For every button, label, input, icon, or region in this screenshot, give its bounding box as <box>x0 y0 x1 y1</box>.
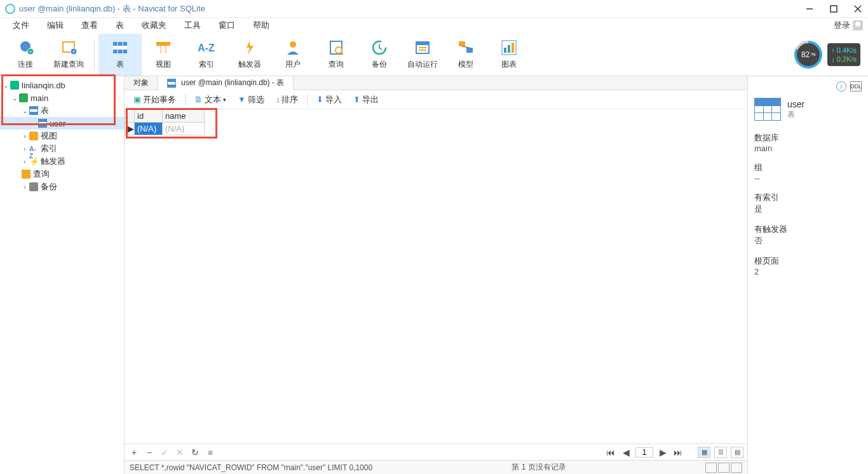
close-button[interactable] <box>853 4 863 14</box>
chevron-down-icon: ⌄ <box>22 107 28 114</box>
sort-button[interactable]: ↕排序 <box>273 93 301 107</box>
minimize-button[interactable] <box>804 4 815 14</box>
chevron-right-icon: › <box>22 158 28 165</box>
cpu-gauge-icon: 82.% <box>794 41 822 69</box>
tree-db[interactable]: ⌄ linlianqin.db <box>0 79 124 91</box>
tab-user-table[interactable]: user @main (linlianqin.db) - 表 <box>158 76 294 90</box>
text-button[interactable]: 🗎文本▾ <box>192 93 229 107</box>
chevron-right-icon: › <box>22 184 28 191</box>
avatar-icon <box>853 20 863 30</box>
toolbar-table-button[interactable]: 表 <box>98 34 142 76</box>
query-icon <box>22 170 31 179</box>
center-panel: 对象 user @main (linlianqin.db) - 表 ▣开始事务 … <box>125 76 747 474</box>
tree-queries-label: 查询 <box>33 168 50 180</box>
menu-help[interactable]: 帮助 <box>245 18 277 32</box>
tree-schema-label: main <box>31 93 48 103</box>
toolbar-plug-button[interactable]: +连接 <box>4 34 47 76</box>
toolbar-backup-button[interactable]: 备份 <box>358 34 401 76</box>
form-view-button[interactable]: ☰ <box>714 447 727 458</box>
menu-file[interactable]: 文件 <box>5 18 37 32</box>
menu-table[interactable]: 表 <box>108 18 132 32</box>
menu-window[interactable]: 窗口 <box>211 18 243 32</box>
tree-indexes[interactable]: › A-Z 索引 <box>0 142 124 155</box>
cancel-button[interactable]: ✕ <box>174 447 186 457</box>
panel-toggle-bottom[interactable] <box>718 463 729 473</box>
data-grid[interactable]: id name ▶ (N/A) (N/A) <box>125 109 205 135</box>
toolbar-chart-button[interactable]: 图表 <box>487 34 531 76</box>
panel-toggle-left[interactable] <box>705 463 717 473</box>
tree-table-user[interactable]: user <box>0 117 124 130</box>
menu-favorites[interactable]: 收藏夹 <box>134 18 174 32</box>
stop-button[interactable]: ■ <box>205 447 216 457</box>
table-row[interactable]: ▶ (N/A) (N/A) <box>125 123 205 135</box>
trigger-icon: ⚡ <box>29 157 38 166</box>
tree-backups[interactable]: › 备份 <box>0 180 124 193</box>
toolbar-index-button[interactable]: A-Z索引 <box>185 34 228 76</box>
last-page-button[interactable]: ⏭ <box>672 447 684 457</box>
tree-triggers[interactable]: › ⚡ 触发器 <box>0 155 124 168</box>
toolbar-model-button[interactable]: 模型 <box>444 34 487 76</box>
tree-table-user-label: user <box>50 119 65 128</box>
tab-objects[interactable]: 对象 <box>125 76 158 90</box>
svg-rect-34 <box>508 45 510 53</box>
toolbar-querydoc-button[interactable]: 查询 <box>315 34 358 76</box>
status-info: 第 1 页没有记录 <box>512 462 566 473</box>
menu-edit[interactable]: 编辑 <box>39 18 71 32</box>
editor-tabs: 对象 user @main (linlianqin.db) - 表 <box>125 76 747 90</box>
table-group-icon <box>29 106 38 115</box>
menu-tools[interactable]: 工具 <box>177 18 208 32</box>
toolbar-query-button[interactable]: +新建查询 <box>47 34 90 76</box>
info-icon[interactable]: i <box>836 81 846 91</box>
svg-text:+: + <box>72 49 76 55</box>
database-file-icon <box>10 81 19 90</box>
tab-user-label: user @main (linlianqin.db) - 表 <box>181 78 284 88</box>
tree-views[interactable]: › 视图 <box>0 130 124 142</box>
maximize-button[interactable] <box>829 4 839 14</box>
info-field: 根页面2 <box>754 255 862 276</box>
svg-text:+: + <box>29 49 32 55</box>
tree-schema[interactable]: ⌄ main <box>0 91 124 104</box>
chevron-down-icon: ⌄ <box>3 82 9 89</box>
panel-toggle-right[interactable] <box>731 463 742 473</box>
svg-line-31 <box>462 46 470 48</box>
toolbar-view-button[interactable]: 视图 <box>142 34 185 76</box>
col-id[interactable]: id <box>135 110 163 123</box>
toolbar-auto-button[interactable]: 自动运行 <box>401 34 444 76</box>
tree-queries[interactable]: 查询 <box>0 168 124 180</box>
querydoc-icon <box>327 39 345 57</box>
page-number-input[interactable] <box>635 447 653 457</box>
prev-page-button[interactable]: ◀ <box>620 447 632 457</box>
toolbar-user-button[interactable]: 用户 <box>271 34 315 76</box>
toolbar-trigger-button[interactable]: 触发器 <box>228 34 271 76</box>
table-icon <box>111 39 129 57</box>
net-speed: ↑ 0.4K/s↓ 0.2K/s <box>827 43 860 66</box>
ddl-button[interactable]: DDL <box>850 81 862 91</box>
info-field: 有触发器否 <box>754 224 862 247</box>
table-icon <box>38 119 47 128</box>
export-button[interactable]: ⬆导出 <box>351 93 381 107</box>
cell-id[interactable]: (N/A) <box>135 123 163 135</box>
begin-transaction-button[interactable]: ▣开始事务 <box>131 93 179 107</box>
first-page-button[interactable]: ⏮ <box>605 447 616 457</box>
filter-button[interactable]: ▼筛选 <box>235 93 267 107</box>
delete-row-button[interactable]: − <box>144 447 155 457</box>
info-title: user <box>787 99 804 109</box>
info-subtitle: 表 <box>787 109 804 120</box>
status-bar: SELECT *,rowid "NAVICAT_ROWID" FROM "mai… <box>125 460 747 474</box>
add-row-button[interactable]: + <box>128 447 140 457</box>
next-page-button[interactable]: ▶ <box>657 447 668 457</box>
grid-view-button[interactable]: ▦ <box>698 447 710 458</box>
login-area[interactable]: 登录 <box>834 20 863 31</box>
tree-tables[interactable]: ⌄ 表 <box>0 104 124 117</box>
cell-name[interactable]: (N/A) <box>163 123 205 135</box>
view-icon <box>154 39 172 57</box>
menu-view[interactable]: 查看 <box>74 18 105 32</box>
commit-button[interactable]: ✓ <box>159 447 170 457</box>
import-button[interactable]: ⬇导入 <box>314 93 344 107</box>
info-field: 组-- <box>754 162 862 183</box>
data-grid-area: id name ▶ (N/A) (N/A) <box>125 109 747 444</box>
col-name[interactable]: name <box>163 110 205 123</box>
json-view-button[interactable]: ▤ <box>731 447 743 458</box>
performance-widget[interactable]: 82.%↑ 0.4K/s↓ 0.2K/s <box>794 41 860 69</box>
refresh-button[interactable]: ↻ <box>189 447 201 457</box>
